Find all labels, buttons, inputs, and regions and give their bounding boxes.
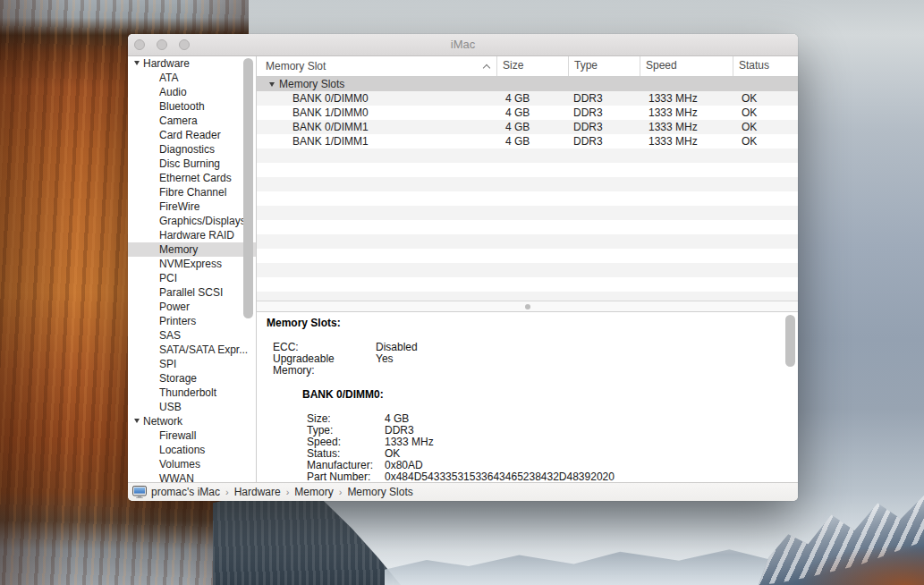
status-bar: promac's iMac› Hardware› Memory› Memory …	[128, 482, 798, 501]
sidebar-item[interactable]: Diagnostics	[128, 142, 256, 157]
splitter-handle-icon[interactable]	[525, 304, 530, 309]
cell-status: OK	[733, 134, 798, 148]
cell-memory-slot: BANK 0/DIMM0	[257, 91, 497, 106]
cell-size: 4 GB	[497, 134, 569, 148]
detail-scrollbar-thumb[interactable]	[785, 315, 795, 367]
detail-title: Memory Slots:	[267, 318, 798, 329]
window-title: iMac	[128, 34, 798, 55]
disclosure-triangle-icon[interactable]	[134, 61, 140, 65]
table-row[interactable]: BANK 1/DIMM0 4 GB DDR3 1333 MHz OK	[257, 106, 798, 120]
disclosure-triangle-icon[interactable]	[269, 82, 275, 87]
desktop: iMac Hardware ATA Audio	[0, 0, 924, 585]
sidebar-item[interactable]: Thunderbolt	[128, 386, 256, 400]
cell-type: DDR3	[569, 120, 640, 134]
sidebar-item[interactable]: PCI	[128, 271, 256, 285]
sidebar-item[interactable]: FireWire	[128, 199, 256, 214]
detail-field-row: Upgradeable Memory: Yes	[273, 353, 798, 377]
breadcrumb-item: Hardware	[234, 486, 281, 498]
cell-size: 4 GB	[497, 91, 569, 106]
sidebar-item-label: SPI	[159, 358, 176, 370]
detail-field-value: 0x484D54333531533643465238432D48392020	[385, 471, 615, 482]
sidebar-item-list: Hardware ATA Audio Bluetooth	[128, 56, 256, 482]
sidebar-item-label: Thunderbolt	[159, 386, 216, 399]
pane-splitter[interactable]	[257, 301, 798, 312]
sidebar-scrollbar-thumb[interactable]	[243, 58, 253, 318]
sidebar-item[interactable]: Storage	[128, 371, 256, 386]
detail-field-row: ECC: Disabled	[273, 342, 798, 353]
breadcrumb: promac's iMac› Hardware› Memory› Memory …	[151, 486, 413, 498]
table-empty-stripes	[257, 148, 798, 301]
detail-field-row: Size: 4 GB	[307, 413, 798, 425]
sidebar-item[interactable]: WWAN	[128, 471, 256, 482]
table-header: Memory Slot Size Type Speed Status	[257, 56, 798, 77]
table-group-row[interactable]: Memory Slots	[257, 77, 798, 91]
sidebar-item-label: Memory	[159, 243, 198, 256]
table-row[interactable]: BANK 0/DIMM0 4 GB DDR3 1333 MHz OK	[257, 91, 798, 106]
titlebar[interactable]: iMac	[128, 34, 798, 56]
detail-bank-title: BANK 0/DIMM0:	[302, 389, 798, 401]
sidebar-item-label: FireWire	[159, 200, 199, 213]
sidebar-item[interactable]: Disc Burning	[128, 157, 256, 171]
sidebar-item-label: Firewall	[159, 429, 196, 442]
sidebar-item[interactable]: SATA/SATA Expr...	[128, 343, 256, 357]
sidebar-item-label: Hardware	[143, 57, 190, 70]
table-row[interactable]: BANK 1/DIMM1 4 GB DDR3 1333 MHz OK	[257, 134, 798, 148]
sidebar-item-label: Card Reader	[159, 129, 221, 141]
sidebar-item[interactable]: NVMExpress	[128, 257, 256, 271]
sidebar-item[interactable]: Camera	[128, 114, 256, 128]
sidebar-item[interactable]: Network	[128, 414, 256, 428]
breadcrumb-separator: ›	[281, 487, 295, 497]
sidebar-item[interactable]: Graphics/Displays	[128, 214, 256, 228]
sidebar-item[interactable]: Parallel SCSI	[128, 285, 256, 300]
cell-memory-slot: BANK 1/DIMM1	[257, 134, 497, 148]
sidebar-item[interactable]: Printers	[128, 314, 256, 328]
window-body: Hardware ATA Audio Bluetooth	[128, 56, 798, 482]
sidebar-item[interactable]: Locations	[128, 443, 256, 457]
detail-field-label: Upgradeable Memory:	[273, 353, 376, 377]
sidebar-item[interactable]: Firewall	[128, 428, 256, 443]
breadcrumb-item: Memory Slots	[347, 486, 412, 498]
sidebar-item[interactable]: Hardware RAID	[128, 228, 256, 242]
sidebar-item-label: SAS	[159, 329, 181, 342]
sidebar-item[interactable]: SPI	[128, 357, 256, 371]
column-header-size[interactable]: Size	[497, 56, 569, 76]
cell-type: DDR3	[569, 134, 640, 148]
detail-pane: Memory Slots: ECC: Disabled Upgradeable …	[257, 312, 798, 482]
sidebar-item[interactable]: Audio	[128, 85, 256, 99]
column-header-memory-slot[interactable]: Memory Slot	[257, 56, 497, 76]
sidebar-item-label: Audio	[159, 86, 187, 98]
sidebar-item-label: Bluetooth	[159, 100, 205, 113]
cell-status: OK	[733, 91, 798, 106]
sidebar-item[interactable]: Power	[128, 300, 256, 314]
sidebar-item-label: NVMExpress	[159, 258, 222, 270]
sidebar-item[interactable]: Volumes	[128, 457, 256, 471]
sidebar-item-label: Fibre Channel	[159, 186, 226, 199]
sidebar-item-label: ATA	[159, 72, 179, 84]
sidebar-item-label: Network	[143, 415, 182, 428]
sidebar-item[interactable]: Fibre Channel	[128, 185, 256, 199]
sidebar-item-label: Diagnostics	[159, 143, 215, 156]
sidebar-item[interactable]: SAS	[128, 328, 256, 343]
sidebar-item[interactable]: Hardware	[128, 56, 256, 71]
column-header-status[interactable]: Status	[733, 56, 798, 76]
detail-field-row: Speed: 1333 MHz	[307, 437, 798, 448]
sidebar-item[interactable]: ATA	[128, 71, 256, 85]
group-row-label: Memory Slots	[279, 77, 344, 91]
sidebar-item[interactable]: Ethernet Cards	[128, 171, 256, 185]
disclosure-triangle-icon[interactable]	[134, 419, 140, 423]
cell-size: 4 GB	[497, 106, 569, 120]
column-header-type[interactable]: Type	[569, 56, 640, 76]
column-header-speed[interactable]: Speed	[640, 56, 733, 76]
sidebar-item[interactable]: Bluetooth	[128, 99, 256, 114]
detail-bank-fields: Size: 4 GB Type: DDR3 Speed: 1333	[307, 413, 798, 482]
sidebar-item[interactable]: USB	[128, 400, 256, 414]
main-pane: Memory Slot Size Type Speed Status Memor…	[257, 56, 798, 482]
breadcrumb-item: Memory	[294, 486, 333, 498]
sidebar-item[interactable]: Memory	[128, 242, 256, 257]
sidebar: Hardware ATA Audio Bluetooth	[128, 56, 257, 482]
table-row[interactable]: BANK 0/DIMM1 4 GB DDR3 1333 MHz OK	[257, 120, 798, 134]
sidebar-item-label: USB	[159, 401, 182, 413]
computer-icon	[132, 486, 147, 498]
sidebar-item[interactable]: Card Reader	[128, 128, 256, 142]
sidebar-item-label: Camera	[159, 114, 198, 127]
